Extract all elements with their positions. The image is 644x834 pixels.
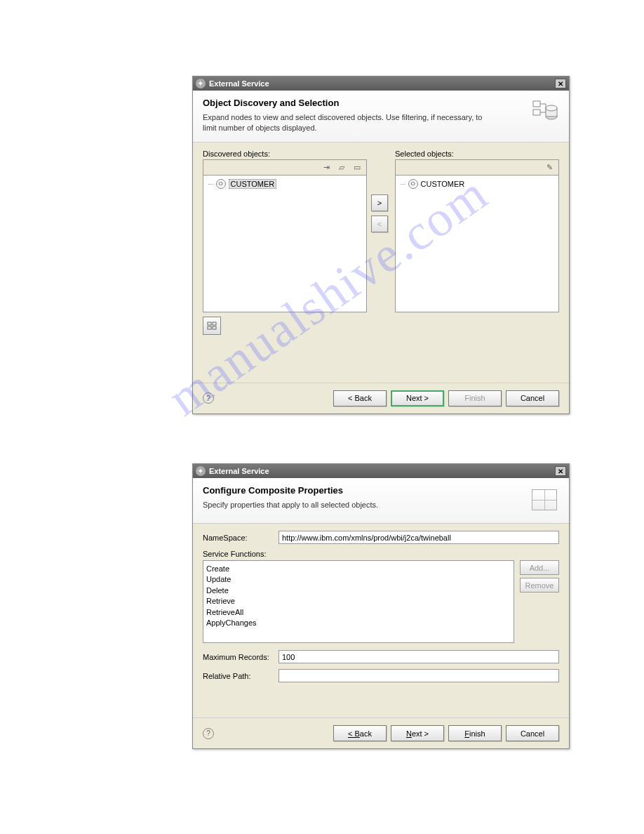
- selected-tree[interactable]: ····· O CUSTOMER: [395, 175, 559, 312]
- cancel-button[interactable]: Cancel: [506, 725, 559, 741]
- footer: ? < Back Next > Finish Cancel: [193, 383, 569, 413]
- list-item[interactable]: RetrieveAll: [206, 607, 511, 618]
- svg-rect-0: [533, 101, 540, 107]
- relative-path-label: Relative Path:: [203, 672, 273, 680]
- wizard-icon: [530, 485, 559, 515]
- wizard-icon: [530, 98, 559, 127]
- app-icon: ✦: [196, 466, 206, 476]
- properties-button[interactable]: [203, 317, 221, 335]
- max-records-input[interactable]: [279, 650, 559, 663]
- book-icon[interactable]: ▭: [351, 161, 363, 173]
- next-button[interactable]: Next >: [391, 725, 444, 741]
- svg-rect-11: [213, 326, 216, 329]
- tree-connector: ·····: [400, 180, 405, 187]
- edit-icon[interactable]: ✎: [543, 161, 556, 173]
- footer: ? < Back Next > Finish Cancel: [193, 717, 569, 748]
- svg-rect-1: [533, 110, 540, 115]
- list-item[interactable]: ApplyChanges: [206, 618, 511, 628]
- discovered-tree[interactable]: ····· O CUSTOMER: [203, 175, 367, 312]
- max-records-label: Maximum Records:: [203, 653, 273, 661]
- filter-icon[interactable]: ⇥: [320, 161, 333, 173]
- page-title: Configure Composite Properties: [203, 485, 378, 496]
- selected-label: Selected objects:: [395, 150, 559, 158]
- relative-path-input[interactable]: [279, 669, 559, 682]
- app-icon: ✦: [196, 79, 206, 88]
- close-button[interactable]: ✕: [555, 466, 566, 476]
- add-button[interactable]: Add...: [520, 560, 559, 575]
- finish-button[interactable]: Finish: [448, 390, 502, 406]
- remove-button[interactable]: Remove: [520, 578, 559, 593]
- finish-button[interactable]: Finish: [448, 725, 502, 741]
- move-right-button[interactable]: >: [371, 194, 388, 211]
- discovered-toolbar: ⇥ ▱ ▭: [203, 159, 367, 175]
- discovered-label: Discovered objects:: [203, 150, 367, 158]
- next-button[interactable]: Next >: [391, 390, 444, 406]
- object-icon: O: [216, 179, 226, 189]
- list-item[interactable]: Update: [206, 574, 511, 585]
- close-button[interactable]: ✕: [555, 79, 566, 88]
- list-item[interactable]: Retrieve: [206, 596, 511, 607]
- help-button[interactable]: ?: [203, 392, 214, 404]
- list-item[interactable]: Create: [206, 564, 511, 574]
- back-button[interactable]: < Back: [333, 725, 387, 741]
- header-pane: Configure Composite Properties Specify p…: [193, 478, 569, 524]
- back-button[interactable]: < Back: [333, 390, 387, 406]
- tree-item-customer-selected[interactable]: ····· O CUSTOMER: [398, 178, 556, 190]
- svg-point-7: [546, 105, 557, 111]
- svg-rect-8: [208, 322, 211, 325]
- tree-item-label: CUSTOMER: [421, 180, 465, 188]
- namespace-input[interactable]: [279, 531, 559, 544]
- tree-item-customer[interactable]: ····· O CUSTOMER: [206, 178, 363, 190]
- service-functions-list[interactable]: Create Update Delete Retrieve RetrieveAl…: [203, 560, 514, 643]
- page-title: Object Discovery and Selection: [203, 98, 483, 108]
- object-icon: O: [408, 179, 418, 189]
- cancel-button[interactable]: Cancel: [506, 390, 559, 406]
- selected-toolbar: ✎: [395, 159, 559, 175]
- help-button[interactable]: ?: [203, 728, 214, 739]
- page-description: Specify properties that apply to all sel…: [203, 500, 378, 510]
- dialog-configure-properties: ✦ External Service ✕ Configure Composite…: [192, 463, 570, 749]
- clear-filter-icon[interactable]: ▱: [335, 161, 348, 173]
- namespace-label: NameSpace:: [203, 534, 273, 542]
- titlebar[interactable]: ✦ External Service ✕: [193, 77, 569, 91]
- window-title: External Service: [209, 467, 269, 475]
- window-title: External Service: [209, 79, 269, 88]
- service-functions-label: Service Functions:: [203, 550, 273, 558]
- move-left-button[interactable]: <: [371, 216, 388, 232]
- svg-rect-9: [213, 322, 216, 325]
- svg-rect-10: [208, 326, 211, 329]
- dialog-object-discovery: ✦ External Service ✕ Object Discovery an…: [192, 76, 570, 414]
- list-item[interactable]: Delete: [206, 585, 511, 596]
- tree-item-label: CUSTOMER: [229, 179, 277, 189]
- titlebar[interactable]: ✦ External Service ✕: [193, 464, 569, 478]
- header-pane: Object Discovery and Selection Expand no…: [193, 91, 569, 143]
- tree-connector: ·····: [208, 180, 213, 187]
- page-description: Expand nodes to view and select discover…: [203, 112, 483, 133]
